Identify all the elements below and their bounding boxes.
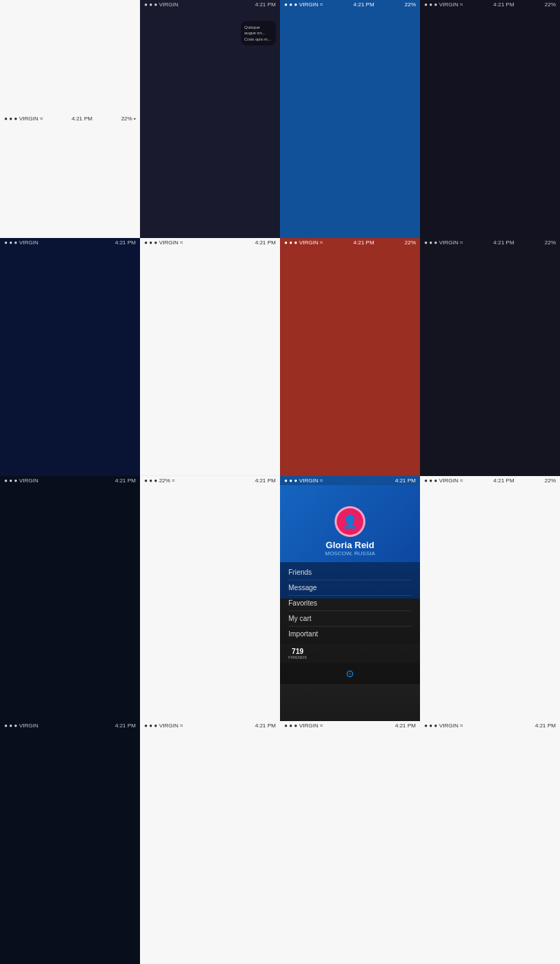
user-avatar: 👤: [335, 506, 365, 537]
status-info: 4:21 PM: [71, 116, 92, 122]
screen-gloria-profile: ● ● ● VIRGIN ≈ 4:21 PM 👤 Gloria Reid MOS…: [280, 476, 420, 721]
menu-friends[interactable]: Friends: [288, 565, 412, 580]
status-signal: ● ● ● VIRGIN ≈: [424, 1, 463, 237]
status-signal: ● ● ● 22% ≈: [144, 477, 175, 720]
battery: 22%: [405, 239, 416, 475]
screen-profile-stats: ● ● ● VIRGIN ≈ 4:21 PM 22% ‹ Back Profil…: [420, 0, 560, 238]
status-signal: ● ● ● VIRGIN ≈: [284, 722, 323, 964]
screen-kathryn-profile: ● ● ● VIRGIN ≈ 4:21 PM 22% ‹ 👤 Kathryn G…: [420, 476, 560, 721]
status-signal: ● ● ● VIRGIN: [4, 477, 38, 720]
stat-num: 719: [288, 648, 307, 655]
status-bar: ● ● ● VIRGIN ≈ 4:21 PM 22%: [420, 238, 560, 476]
status-bar: ● ● ● 22% ≈ 4:21 PM: [140, 476, 280, 721]
status-bar: ● ● ● VIRGIN 4:21 PM: [0, 476, 140, 721]
status-time: 4:21 PM: [535, 722, 556, 964]
stat-label: FRIENDS: [288, 655, 307, 659]
menu-section: Friends Message Favorites My cart Import…: [280, 562, 420, 644]
status-time: 4:21 PM: [395, 722, 416, 964]
menu-message[interactable]: Message: [288, 580, 412, 596]
bottom-indicator: ⊙: [280, 663, 420, 684]
post-preview-text: Quisque augue en... Crais quis m...: [244, 25, 272, 42]
post-preview-panel: Quisque augue en... Crais quis m...: [241, 21, 276, 46]
status-time: 4:21 PM: [395, 477, 416, 484]
status-bar: ● ● ● VIRGIN ≈ 4:21 PM: [140, 238, 280, 476]
screen-shop-light: ● ● ● VIRGIN ≈ 4:21 PM 22% ▪ ☰ Menu 🔍 👕 …: [0, 0, 140, 238]
battery: 22%: [545, 477, 556, 720]
status-bar: ● ● ● VIRGIN ≈ 4:21 PM 22% ▪: [0, 0, 140, 238]
screen-search-menu: ● ● ● VIRGIN ≈ 4:21 PM ☰ Menu ✕ 🔍 ✕ Deco…: [140, 721, 280, 964]
status-bar: ● ● ● VIRGIN ≈ 4:21 PM: [140, 721, 280, 964]
screen-dark-brand-2: ● ● ● VIRGIN 4:21 PM ● ● MAPOGO PREMIUM …: [0, 476, 140, 721]
status-time: 4:21 PM: [493, 477, 514, 720]
menu-important[interactable]: Important: [288, 627, 412, 641]
battery: 22% ▪: [121, 116, 136, 122]
status-bar: ● ● ● VIRGIN ≈ 4:21 PM 22%: [420, 476, 560, 721]
user-name: Gloria Reid: [286, 540, 414, 550]
screen-dark-brand-3: ● ● ● VIRGIN 4:21 PM ● ● MAPOGO PREMIUM …: [0, 721, 140, 964]
status-bar: ● ● ● VIRGIN ≈ 4:21 PM: [280, 721, 420, 964]
status-bar: ● ● ● VIRGIN ≈ 4:21 PM: [280, 476, 420, 485]
status-signal: ● ● ● VIRGIN: [144, 1, 178, 237]
status-bar: ● ● ● VIRGIN ≈ 4:21 PM 22%: [280, 238, 420, 476]
screen-red-menu: ● ● ● VIRGIN ≈ 4:21 PM 22% ☰ Menu 🔍 Shir…: [280, 238, 420, 476]
status-time: 4:21 PM: [255, 239, 276, 474]
status-signal: ● ● ● VIRGIN: [4, 239, 38, 475]
status-time: 4:21 PM: [354, 239, 374, 475]
status-signal: ● ● ● VIRGIN ≈: [144, 722, 183, 964]
stats-section: 719 FRIENDS: [280, 644, 420, 663]
screen-product-list: ● ● ● VIRGIN ≈ 4:21 PM Shoes RALEIGH... …: [420, 721, 560, 964]
status-signal: ● ● ● VIRGIN ≈: [284, 239, 323, 475]
screen-category-list: ● ● ● VIRGIN ≈ 4:21 PM MAIN MENU ☰ Women…: [280, 721, 420, 964]
status-time: 4:21 PM: [493, 239, 514, 475]
status-signal: ● ● ● VIRGIN ≈: [424, 722, 463, 964]
status-signal: ● ● ● VIRGIN ≈: [424, 239, 463, 475]
menu-cart[interactable]: My cart: [288, 611, 412, 627]
status-time: 4:21 PM: [255, 722, 276, 964]
screen-search: ● ● ● 22% ≈ 4:21 PM NTS EDIT 🔍 🌊 🏔 🌅 👤 E…: [140, 476, 280, 721]
battery: 22%: [545, 239, 556, 475]
status-signal: ● ● ● VIRGIN ≈: [144, 239, 183, 474]
screen-dark-icon-menu: ● ● ● VIRGIN ≈ 4:21 PM 22% Menu 👕 👖 👟 ⌚ …: [420, 238, 560, 476]
status-signal: ● ● ● VIRGIN ≈: [284, 1, 323, 237]
status-bar: ● ● ● VIRGIN ≈ 4:21 PM: [420, 721, 560, 964]
status-time: 4:21 PM: [115, 722, 136, 964]
cover-area: 👤 Gloria Reid MOSCOW, RUSSIA: [280, 485, 420, 562]
status-time: 4:21 PM: [354, 1, 374, 237]
status-bar: ● ● ● VIRGIN 4:21 PM: [0, 721, 140, 964]
screen-dark-sidebar: ● ● ● VIRGIN 4:21 PM ● ● MAPOGO PREMIUM …: [0, 238, 140, 476]
status-signal: ● ● ● VIRGIN: [4, 722, 38, 964]
screen-dark-profile: ● ● ● VIRGIN 4:21 PM 👤 Virginia Little M…: [140, 0, 280, 238]
indicator-dot: ⊙: [346, 668, 354, 679]
screen-blue-menu: ● ● ● VIRGIN ≈ 4:21 PM 22% ● ● MAPOGO PR…: [280, 0, 420, 238]
menu-favorites[interactable]: Favorites: [288, 596, 412, 611]
status-time: 4:21 PM: [115, 239, 136, 475]
status-bar: ● ● ● VIRGIN ≈ 4:21 PM 22%: [280, 0, 420, 238]
status-time: 4:21 PM: [115, 477, 136, 720]
status-bar: ● ● ● VIRGIN 4:21 PM: [0, 238, 140, 476]
status-time: 4:21 PM: [255, 477, 276, 720]
status-signal: ● ● ● VIRGIN ≈: [284, 477, 323, 484]
battery: 22%: [405, 1, 416, 237]
status-time: 4:21 PM: [493, 1, 514, 237]
user-location: MOSCOW, RUSSIA: [286, 550, 414, 557]
battery: 22%: [545, 1, 556, 237]
status-signal: ● ● ● VIRGIN ≈: [424, 477, 463, 720]
stat-friends: 719 FRIENDS: [288, 648, 307, 659]
status-time: ● ● ● VIRGIN ≈: [4, 116, 43, 122]
screen-activity: ● ● ● VIRGIN ≈ 4:21 PM ☰ Activity 🔔 👤 Br…: [140, 238, 280, 476]
status-bar: ● ● ● VIRGIN ≈ 4:21 PM 22%: [420, 0, 560, 238]
